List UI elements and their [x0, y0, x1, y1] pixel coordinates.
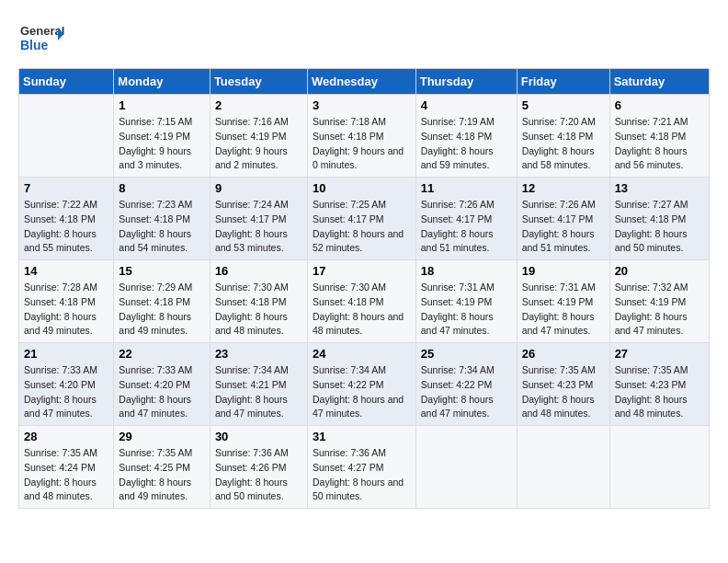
- header-cell-wednesday: Wednesday: [307, 69, 415, 95]
- calendar-cell: 1Sunrise: 7:15 AMSunset: 4:19 PMDaylight…: [114, 95, 210, 178]
- day-number: 20: [615, 264, 704, 278]
- logo-svg: General Blue: [18, 18, 64, 59]
- header-row: SundayMondayTuesdayWednesdayThursdayFrid…: [19, 69, 710, 95]
- day-number: 5: [522, 98, 605, 112]
- cell-info: Sunrise: 7:29 AMSunset: 4:18 PMDaylight:…: [119, 281, 205, 339]
- cell-info: Sunrise: 7:22 AMSunset: 4:18 PMDaylight:…: [24, 198, 108, 256]
- day-number: 26: [522, 347, 605, 361]
- cell-info: Sunrise: 7:28 AMSunset: 4:18 PMDaylight:…: [24, 281, 108, 339]
- cell-info: Sunrise: 7:36 AMSunset: 4:27 PMDaylight:…: [313, 446, 411, 504]
- calendar-cell: 5Sunrise: 7:20 AMSunset: 4:18 PMDaylight…: [517, 95, 609, 178]
- header-cell-sunday: Sunday: [19, 69, 114, 95]
- calendar-cell: 17Sunrise: 7:30 AMSunset: 4:18 PMDayligh…: [307, 260, 415, 343]
- calendar-cell: 10Sunrise: 7:25 AMSunset: 4:17 PMDayligh…: [307, 178, 415, 260]
- day-number: 24: [313, 347, 411, 361]
- calendar-cell: 21Sunrise: 7:33 AMSunset: 4:20 PMDayligh…: [19, 343, 114, 426]
- calendar-cell: 29Sunrise: 7:35 AMSunset: 4:25 PMDayligh…: [114, 426, 210, 509]
- cell-info: Sunrise: 7:31 AMSunset: 4:19 PMDaylight:…: [522, 281, 605, 339]
- cell-info: Sunrise: 7:16 AMSunset: 4:19 PMDaylight:…: [215, 115, 302, 173]
- cell-info: Sunrise: 7:35 AMSunset: 4:23 PMDaylight:…: [615, 363, 704, 421]
- calendar-cell: 23Sunrise: 7:34 AMSunset: 4:21 PMDayligh…: [210, 343, 307, 426]
- calendar-cell: [415, 426, 517, 509]
- cell-info: Sunrise: 7:34 AMSunset: 4:22 PMDaylight:…: [421, 363, 512, 421]
- calendar-body: 1Sunrise: 7:15 AMSunset: 4:19 PMDaylight…: [19, 95, 710, 509]
- day-number: 28: [24, 430, 108, 443]
- svg-text:General: General: [20, 24, 64, 38]
- day-number: 17: [313, 264, 411, 278]
- cell-info: Sunrise: 7:33 AMSunset: 4:20 PMDaylight:…: [24, 363, 108, 421]
- calendar-cell: 26Sunrise: 7:35 AMSunset: 4:23 PMDayligh…: [517, 343, 609, 426]
- day-number: 11: [421, 181, 512, 195]
- cell-info: Sunrise: 7:33 AMSunset: 4:20 PMDaylight:…: [119, 363, 205, 421]
- cell-info: Sunrise: 7:34 AMSunset: 4:22 PMDaylight:…: [313, 363, 411, 421]
- calendar-week-1: 1Sunrise: 7:15 AMSunset: 4:19 PMDaylight…: [19, 95, 710, 178]
- cell-info: Sunrise: 7:15 AMSunset: 4:19 PMDaylight:…: [119, 115, 205, 173]
- day-number: 22: [119, 347, 205, 361]
- calendar-cell: 11Sunrise: 7:26 AMSunset: 4:17 PMDayligh…: [415, 178, 517, 260]
- day-number: 13: [615, 181, 704, 195]
- calendar-cell: 6Sunrise: 7:21 AMSunset: 4:18 PMDaylight…: [609, 95, 709, 178]
- calendar-cell: 8Sunrise: 7:23 AMSunset: 4:18 PMDaylight…: [114, 178, 210, 260]
- day-number: 23: [215, 347, 302, 361]
- cell-info: Sunrise: 7:18 AMSunset: 4:18 PMDaylight:…: [313, 115, 411, 173]
- calendar-cell: 31Sunrise: 7:36 AMSunset: 4:27 PMDayligh…: [307, 426, 415, 509]
- logo: General Blue: [18, 18, 64, 59]
- day-number: 6: [615, 98, 704, 112]
- day-number: 21: [24, 347, 108, 361]
- calendar-cell: [609, 426, 709, 509]
- day-number: 7: [24, 181, 108, 195]
- cell-info: Sunrise: 7:34 AMSunset: 4:21 PMDaylight:…: [215, 363, 302, 421]
- page-header: General Blue: [18, 18, 710, 59]
- cell-info: Sunrise: 7:21 AMSunset: 4:18 PMDaylight:…: [615, 115, 704, 173]
- day-number: 30: [215, 430, 302, 443]
- header-cell-thursday: Thursday: [415, 69, 517, 95]
- calendar-cell: 20Sunrise: 7:32 AMSunset: 4:19 PMDayligh…: [609, 260, 709, 343]
- svg-text:Blue: Blue: [20, 38, 49, 52]
- calendar-cell: [19, 95, 114, 178]
- calendar-cell: 7Sunrise: 7:22 AMSunset: 4:18 PMDaylight…: [19, 178, 114, 260]
- cell-info: Sunrise: 7:24 AMSunset: 4:17 PMDaylight:…: [215, 198, 302, 256]
- calendar-cell: 27Sunrise: 7:35 AMSunset: 4:23 PMDayligh…: [609, 343, 709, 426]
- cell-info: Sunrise: 7:27 AMSunset: 4:18 PMDaylight:…: [615, 198, 704, 256]
- cell-info: Sunrise: 7:19 AMSunset: 4:18 PMDaylight:…: [421, 115, 512, 173]
- calendar-cell: 14Sunrise: 7:28 AMSunset: 4:18 PMDayligh…: [19, 260, 114, 343]
- cell-info: Sunrise: 7:30 AMSunset: 4:18 PMDaylight:…: [215, 281, 302, 339]
- day-number: 4: [421, 98, 512, 112]
- calendar-header: SundayMondayTuesdayWednesdayThursdayFrid…: [19, 69, 710, 95]
- day-number: 25: [421, 347, 512, 361]
- day-number: 18: [421, 264, 512, 278]
- header-cell-tuesday: Tuesday: [210, 69, 307, 95]
- calendar-cell: 25Sunrise: 7:34 AMSunset: 4:22 PMDayligh…: [415, 343, 517, 426]
- calendar-cell: 3Sunrise: 7:18 AMSunset: 4:18 PMDaylight…: [307, 95, 415, 178]
- calendar-cell: 22Sunrise: 7:33 AMSunset: 4:20 PMDayligh…: [114, 343, 210, 426]
- calendar-cell: 18Sunrise: 7:31 AMSunset: 4:19 PMDayligh…: [415, 260, 517, 343]
- calendar-cell: 2Sunrise: 7:16 AMSunset: 4:19 PMDaylight…: [210, 95, 307, 178]
- cell-info: Sunrise: 7:25 AMSunset: 4:17 PMDaylight:…: [313, 198, 411, 256]
- cell-info: Sunrise: 7:32 AMSunset: 4:19 PMDaylight:…: [615, 281, 704, 339]
- calendar-week-4: 21Sunrise: 7:33 AMSunset: 4:20 PMDayligh…: [19, 343, 710, 426]
- cell-info: Sunrise: 7:30 AMSunset: 4:18 PMDaylight:…: [313, 281, 411, 339]
- calendar-cell: 28Sunrise: 7:35 AMSunset: 4:24 PMDayligh…: [19, 426, 114, 509]
- calendar-cell: 30Sunrise: 7:36 AMSunset: 4:26 PMDayligh…: [210, 426, 307, 509]
- header-cell-saturday: Saturday: [609, 69, 709, 95]
- day-number: 15: [119, 264, 205, 278]
- cell-info: Sunrise: 7:26 AMSunset: 4:17 PMDaylight:…: [421, 198, 512, 256]
- header-cell-monday: Monday: [114, 69, 210, 95]
- calendar-cell: 15Sunrise: 7:29 AMSunset: 4:18 PMDayligh…: [114, 260, 210, 343]
- header-cell-friday: Friday: [517, 69, 609, 95]
- day-number: 29: [119, 430, 205, 443]
- day-number: 31: [313, 430, 411, 443]
- cell-info: Sunrise: 7:36 AMSunset: 4:26 PMDaylight:…: [215, 446, 302, 504]
- calendar-cell: 24Sunrise: 7:34 AMSunset: 4:22 PMDayligh…: [307, 343, 415, 426]
- day-number: 27: [615, 347, 704, 361]
- day-number: 8: [119, 181, 205, 195]
- calendar-table: SundayMondayTuesdayWednesdayThursdayFrid…: [18, 68, 710, 509]
- cell-info: Sunrise: 7:20 AMSunset: 4:18 PMDaylight:…: [522, 115, 605, 173]
- day-number: 19: [522, 264, 605, 278]
- day-number: 9: [215, 181, 302, 195]
- calendar-week-5: 28Sunrise: 7:35 AMSunset: 4:24 PMDayligh…: [19, 426, 710, 509]
- cell-info: Sunrise: 7:26 AMSunset: 4:17 PMDaylight:…: [522, 198, 605, 256]
- day-number: 10: [313, 181, 411, 195]
- calendar-cell: [517, 426, 609, 509]
- cell-info: Sunrise: 7:35 AMSunset: 4:25 PMDaylight:…: [119, 446, 205, 504]
